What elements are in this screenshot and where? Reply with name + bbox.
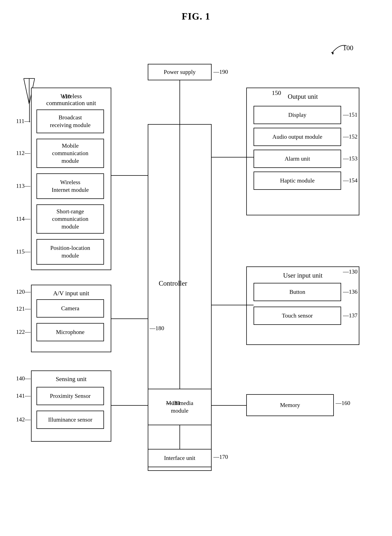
mm-to-memory bbox=[212, 405, 246, 406]
ref-154: —154 bbox=[343, 177, 358, 184]
ref-111: 111— bbox=[16, 118, 30, 124]
display-box: Display bbox=[254, 106, 341, 124]
ref-114: 114— bbox=[16, 215, 30, 222]
position-box: Position-locationmodule bbox=[37, 239, 104, 265]
ref-152: —152 bbox=[343, 133, 358, 140]
multimedia-box: Multimediamodule bbox=[148, 389, 212, 425]
arrow-100 bbox=[321, 42, 350, 60]
ref-151: —151 bbox=[343, 111, 358, 118]
microphone-box: Microphone bbox=[37, 323, 104, 341]
mobile-box: Mobilecommunicationmodule bbox=[37, 139, 104, 168]
touch-sensor-box: Touch sensor bbox=[254, 307, 341, 325]
memory-box: Memory bbox=[246, 394, 334, 416]
interface-box: Interface unit bbox=[148, 449, 212, 467]
ctrl-inner-v bbox=[179, 124, 180, 389]
proximity-box: Proximity Sensor bbox=[37, 387, 104, 405]
output-label: Output unit bbox=[249, 90, 357, 103]
ref-160: —160 bbox=[336, 400, 350, 406]
illuminance-box: Illuminance sensor bbox=[37, 411, 104, 429]
broadcast-box: Broadcastreceiving module bbox=[37, 109, 104, 133]
ref-180: —180 bbox=[149, 325, 164, 332]
ref-142: 142— bbox=[16, 416, 31, 423]
ref-150: 150 bbox=[272, 89, 281, 96]
ctrl-to-user-input bbox=[212, 305, 254, 305]
ref-112: 112— bbox=[16, 150, 30, 156]
alarm-box: Alarm unit bbox=[254, 150, 341, 168]
ref-121: 121— bbox=[16, 305, 31, 312]
svg-line-1 bbox=[24, 79, 29, 104]
ref-181: —181 bbox=[166, 400, 181, 406]
controller-label: Controller bbox=[159, 279, 187, 287]
svg-marker-0 bbox=[331, 52, 334, 55]
ctrl-to-output bbox=[212, 157, 254, 157]
ref-120: 120— bbox=[16, 288, 31, 295]
ps-line-v bbox=[179, 80, 180, 124]
user-input-label: User input unit bbox=[249, 269, 357, 282]
ref-190: —190 bbox=[213, 68, 228, 75]
ref-113: 113— bbox=[16, 183, 30, 189]
user-input-box: User input unit bbox=[246, 266, 359, 345]
mm-to-interface bbox=[179, 425, 180, 449]
ref-110: 110 bbox=[62, 93, 70, 100]
ref-153: —153 bbox=[343, 155, 358, 162]
wireless-internet-box: WirelessInternet module bbox=[37, 173, 104, 199]
ref-136: —136 bbox=[343, 288, 358, 295]
ref-141: 141— bbox=[16, 392, 31, 399]
av-input-box: A/V input unit bbox=[31, 285, 111, 352]
haptic-box: Haptic module bbox=[254, 172, 341, 190]
ref-137: —137 bbox=[343, 312, 358, 319]
sensing-label: Sensing unit bbox=[33, 373, 109, 385]
ref-122: 122— bbox=[16, 329, 31, 335]
power-supply-box: Power supply bbox=[148, 64, 212, 80]
ref-130: —130 bbox=[343, 268, 358, 275]
button-box: Button bbox=[254, 283, 341, 301]
ref-140: 140— bbox=[16, 375, 31, 382]
short-range-box: Short-rangecommunicationmodule bbox=[37, 204, 104, 234]
audio-output-box: Audio output module bbox=[254, 128, 341, 146]
sensing-box: Sensing unit bbox=[31, 371, 111, 442]
av-label: A/V input unit bbox=[33, 287, 109, 300]
camera-box: Camera bbox=[37, 299, 104, 318]
wireless-comm-label: Wirelesscommunication unit bbox=[33, 90, 109, 109]
fig-title: FIG. 1 bbox=[0, 0, 392, 22]
ref-115: 115— bbox=[16, 248, 30, 255]
ref-170: —170 bbox=[213, 453, 228, 460]
